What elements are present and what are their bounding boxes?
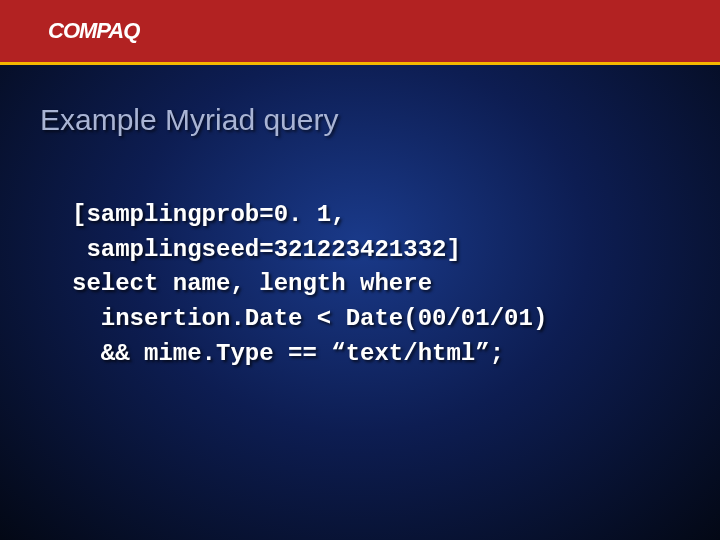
code-line: insertion.Date < Date(00/01/01) bbox=[72, 305, 547, 332]
header-band: COMPAQ bbox=[0, 0, 720, 62]
compaq-logo: COMPAQ bbox=[48, 18, 139, 44]
code-line: && mime.Type == “text/html”; bbox=[72, 340, 504, 367]
code-block: [samplingprob=0. 1, samplingseed=3212234… bbox=[72, 163, 720, 372]
code-line: [samplingprob=0. 1, bbox=[72, 201, 346, 228]
code-line: select name, length where bbox=[72, 270, 432, 297]
header-underline bbox=[0, 62, 720, 65]
slide-title: Example Myriad query bbox=[40, 103, 720, 137]
code-line: samplingseed=321223421332] bbox=[72, 236, 461, 263]
